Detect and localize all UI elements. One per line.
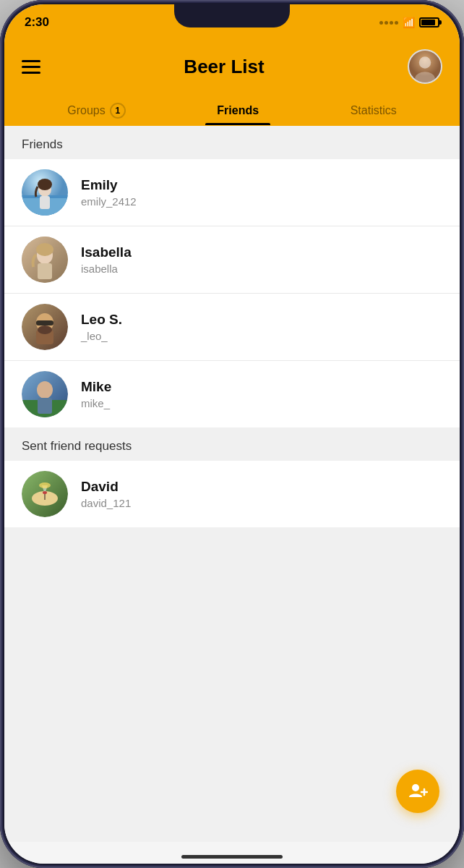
list-item[interactable]: David david_121 xyxy=(4,461,460,527)
user-avatar xyxy=(409,51,441,82)
friend-name: David xyxy=(81,479,131,495)
tab-groups-badge: 1 xyxy=(110,103,126,119)
svg-point-1 xyxy=(419,56,431,69)
friend-info: Leo S. _leo_ xyxy=(81,312,122,342)
avatar xyxy=(22,371,68,417)
svg-point-9 xyxy=(38,179,52,190)
phone-screen: 2:30 📶 xyxy=(4,4,460,864)
friend-name: Leo S. xyxy=(81,312,122,328)
svg-rect-14 xyxy=(38,263,52,279)
avatar xyxy=(22,237,68,283)
friend-info: Isabella isabella xyxy=(81,244,132,275)
avatar xyxy=(22,169,68,216)
app-header: Beer List xyxy=(4,41,460,126)
friends-list: Emily emily_2412 xyxy=(4,159,460,427)
add-person-icon xyxy=(408,781,428,801)
friend-username: _leo_ xyxy=(81,330,122,342)
svg-point-13 xyxy=(36,243,53,256)
empty-space xyxy=(4,527,460,672)
avatar xyxy=(22,304,68,350)
tab-friends[interactable]: Friends xyxy=(205,97,270,124)
tab-groups[interactable]: Groups 1 xyxy=(56,95,137,126)
notch xyxy=(174,4,290,27)
svg-rect-8 xyxy=(40,196,50,209)
svg-rect-23 xyxy=(38,398,52,414)
avatar xyxy=(22,471,68,517)
friend-username: isabella xyxy=(81,263,132,275)
home-indicator xyxy=(4,842,460,864)
friend-name: Mike xyxy=(81,379,111,395)
svg-point-26 xyxy=(39,482,51,488)
list-item[interactable]: Leo S. _leo_ xyxy=(4,294,460,361)
phone-frame: 2:30 📶 xyxy=(0,0,464,868)
sent-requests-list: David david_121 xyxy=(4,461,460,527)
list-item[interactable]: Mike mike_ xyxy=(4,361,460,427)
svg-point-19 xyxy=(38,326,52,334)
tab-statistics[interactable]: Statistics xyxy=(339,97,408,124)
tab-friends-label: Friends xyxy=(217,104,259,117)
list-item[interactable]: Emily emily_2412 xyxy=(4,159,460,226)
friend-username: david_121 xyxy=(81,497,131,509)
svg-point-27 xyxy=(43,491,47,494)
menu-button[interactable] xyxy=(22,60,40,74)
svg-rect-17 xyxy=(36,320,53,326)
svg-point-29 xyxy=(412,784,419,791)
tab-groups-label: Groups xyxy=(67,104,105,117)
friend-name: Emily xyxy=(81,177,137,193)
battery-icon xyxy=(419,17,439,27)
app-title: Beer List xyxy=(184,56,264,78)
list-item[interactable]: Isabella isabella xyxy=(4,226,460,294)
friend-info: Emily emily_2412 xyxy=(81,177,137,208)
main-content[interactable]: Friends xyxy=(4,126,460,842)
wifi-icon: 📶 xyxy=(403,17,415,28)
user-avatar-button[interactable] xyxy=(408,49,442,84)
friend-username: mike_ xyxy=(81,397,111,409)
friend-username: emily_2412 xyxy=(81,195,137,208)
svg-point-22 xyxy=(37,381,53,399)
friends-section-header: Friends xyxy=(4,126,460,159)
tab-bar: Groups 1 Friends Statistics xyxy=(22,95,442,126)
friend-name: Isabella xyxy=(81,244,132,260)
add-friend-button[interactable] xyxy=(396,770,439,813)
tab-statistics-label: Statistics xyxy=(351,104,397,117)
friend-info: Mike mike_ xyxy=(81,379,111,409)
status-icons: 📶 xyxy=(379,17,439,28)
signal-icon xyxy=(379,21,398,25)
svg-rect-28 xyxy=(44,494,46,500)
sent-requests-section-header: Sent friend requests xyxy=(4,427,460,461)
friend-info: David david_121 xyxy=(81,479,131,509)
home-bar xyxy=(181,855,283,859)
status-time: 2:30 xyxy=(25,15,49,30)
